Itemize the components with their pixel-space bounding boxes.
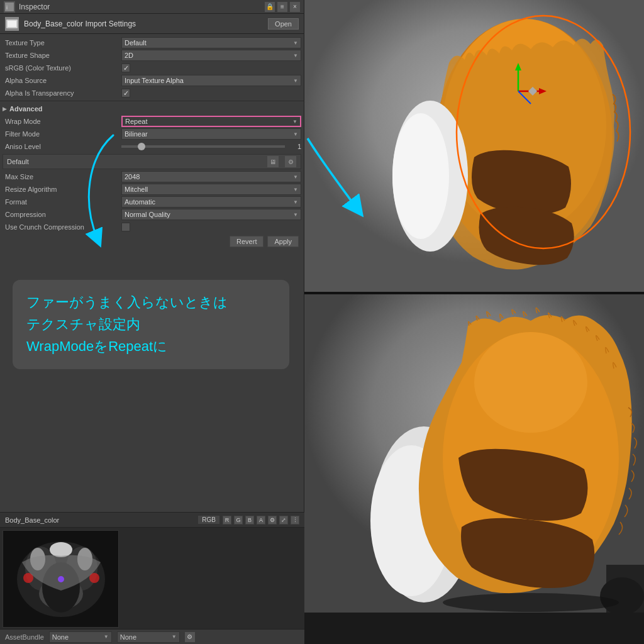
- filter-mode-row: Filter Mode Bilinear: [0, 128, 304, 140]
- max-size-label: Max Size: [5, 173, 121, 180]
- svg-point-12: [50, 542, 72, 557]
- inspector-form: Texture Type Default Texture Shape 2D sR…: [0, 34, 304, 252]
- alpha-transparency-row: Alpha Is Transparency ✓: [0, 87, 304, 99]
- alpha-transparency-checkbox[interactable]: ✓: [121, 89, 130, 97]
- aniso-slider-thumb[interactable]: [138, 143, 145, 150]
- svg-rect-4: [8, 21, 16, 27]
- monitor-icon[interactable]: 🖥: [267, 155, 279, 168]
- menu-icon-btn[interactable]: ≡: [277, 2, 287, 12]
- texture-type-dropdown[interactable]: Default: [121, 37, 301, 48]
- compression-row: Compression Normal Quality: [0, 208, 304, 221]
- alpha-channel-btn[interactable]: A: [257, 516, 265, 525]
- srgb-checkbox[interactable]: ✓: [121, 64, 130, 72]
- alpha-transparency-label: Alpha Is Transparency: [5, 89, 121, 97]
- svg-point-36: [443, 593, 619, 612]
- right-panel: < Persp: [304, 0, 644, 644]
- platform-icons: 🖥 ⚙: [267, 155, 297, 168]
- texture-type-label: Texture Type: [5, 39, 121, 47]
- fullscreen-icon-btn[interactable]: ⤢: [279, 516, 288, 525]
- platform-row: Default 🖥 ⚙: [3, 154, 301, 169]
- aniso-slider-row: 1: [121, 143, 301, 150]
- alpha-source-label: Alpha Source: [5, 77, 121, 84]
- preview-header: Body_Base_color RGB R G B A ⚙ ⤢ ⋮: [0, 513, 304, 528]
- inspector-title: Inspector: [19, 3, 265, 11]
- crunch-label: Use Crunch Compression: [5, 223, 121, 231]
- asset-bundle-dropdown-right[interactable]: None: [117, 631, 180, 643]
- format-dropdown[interactable]: Automatic: [121, 196, 301, 208]
- header-icons: 🔒 ≡ ×: [265, 2, 300, 12]
- max-size-row: Max Size 2048: [0, 170, 304, 183]
- aniso-level-label: Aniso Level: [5, 143, 121, 150]
- svg-point-16: [58, 576, 64, 582]
- tooltip-line3: WrapModeをRepeatに: [26, 335, 275, 357]
- preview-content: 2048x2048 RGB Compressed DXT1 sRGB 2.7 M…: [0, 528, 304, 638]
- preview-panel: Body_Base_color RGB R G B A ⚙ ⤢ ⋮: [0, 512, 304, 644]
- viewport-bottom: < Persp: [304, 292, 644, 613]
- tooltip-box: ファーがうまく入らないときは テクスチャ設定内 WrapModeをRepeatに: [13, 280, 289, 369]
- b-channel-btn[interactable]: B: [245, 516, 254, 525]
- resize-dropdown[interactable]: Mitchell: [121, 184, 301, 195]
- more-options-btn[interactable]: ⋮: [291, 516, 299, 525]
- compression-label: Compression: [5, 211, 121, 218]
- wrap-mode-label: Wrap Mode: [5, 118, 121, 125]
- asset-header: Body_Base_color Import Settings Open: [0, 14, 304, 34]
- wrap-mode-row: Wrap Mode Repeat: [0, 115, 304, 128]
- g-channel-btn[interactable]: G: [234, 516, 243, 525]
- srgb-label: sRGB (Color Texture): [5, 64, 121, 72]
- lock-icon-btn[interactable]: 🔒: [265, 2, 275, 12]
- open-button[interactable]: Open: [268, 18, 299, 30]
- settings-icon-btn[interactable]: ⚙: [268, 516, 277, 525]
- revert-button[interactable]: Revert: [230, 236, 264, 247]
- platform-label: Default: [7, 158, 29, 165]
- compression-dropdown[interactable]: Normal Quality: [121, 209, 301, 220]
- asset-icon: [5, 17, 19, 31]
- filter-mode-dropdown[interactable]: Bilinear: [121, 128, 301, 140]
- svg-point-21: [392, 113, 449, 239]
- advanced-arrow-icon: ▶: [3, 106, 7, 112]
- viewport-top: < Persp: [304, 0, 644, 292]
- svg-text:i: i: [6, 4, 8, 11]
- filter-mode-label: Filter Mode: [5, 130, 121, 138]
- aniso-slider-value: 1: [289, 143, 301, 150]
- asset-title: Body_Base_color Import Settings: [24, 19, 263, 28]
- srgb-row: sRGB (Color Texture) ✓: [0, 62, 304, 74]
- texture-type-row: Texture Type Default: [0, 36, 304, 49]
- inspector-icon: i: [4, 1, 15, 13]
- format-label: Format: [5, 198, 121, 206]
- asset-bundle-bar: AssetBundle None None ⚙: [0, 629, 304, 644]
- alpha-source-dropdown[interactable]: Input Texture Alpha: [121, 75, 301, 86]
- tooltip-line2: テクスチャ設定内: [26, 313, 275, 335]
- texture-thumbnail: [3, 530, 119, 628]
- inspector-header: i Inspector 🔒 ≡ ×: [0, 0, 304, 14]
- texture-shape-row: Texture Shape 2D: [0, 49, 304, 62]
- close-icon-btn[interactable]: ×: [290, 2, 300, 12]
- left-panel: i Inspector 🔒 ≡ × Body_Base_color Import…: [0, 0, 304, 644]
- preview-title: Body_Base_color: [5, 516, 192, 524]
- asset-bundle-dropdown-left[interactable]: None: [49, 631, 112, 643]
- crunch-row: Use Crunch Compression: [0, 221, 304, 233]
- texture-shape-value[interactable]: 2D: [121, 50, 301, 61]
- texture-type-value[interactable]: Default: [121, 37, 301, 48]
- aniso-level-row: Aniso Level 1: [0, 140, 304, 153]
- advanced-label: Advanced: [9, 105, 43, 113]
- svg-point-35: [474, 332, 587, 433]
- advanced-section-header[interactable]: ▶ Advanced: [0, 103, 304, 115]
- resize-label: Resize Algorithm: [5, 186, 121, 193]
- asset-bundle-label: AssetBundle: [5, 633, 44, 641]
- crunch-checkbox[interactable]: [121, 223, 130, 231]
- max-size-dropdown[interactable]: 2048: [121, 171, 301, 182]
- texture-shape-dropdown[interactable]: 2D: [121, 50, 301, 61]
- rgb-btn[interactable]: RGB: [197, 515, 220, 525]
- wrap-mode-dropdown[interactable]: Repeat: [121, 116, 301, 127]
- tooltip-line1: ファーがうまく入らないときは: [26, 291, 275, 313]
- asset-bundle-icon-btn[interactable]: ⚙: [185, 632, 195, 642]
- format-row: Format Automatic: [0, 196, 304, 208]
- alpha-source-row: Alpha Source Input Texture Alpha: [0, 74, 304, 87]
- android-icon[interactable]: ⚙: [284, 155, 297, 168]
- preview-controls: RGB R G B A ⚙ ⤢ ⋮: [197, 515, 299, 525]
- resize-row: Resize Algorithm Mitchell: [0, 183, 304, 196]
- aniso-slider[interactable]: [121, 145, 285, 148]
- apply-button[interactable]: Apply: [267, 236, 299, 247]
- divider-1: [0, 101, 304, 101]
- r-channel-btn[interactable]: R: [223, 516, 231, 525]
